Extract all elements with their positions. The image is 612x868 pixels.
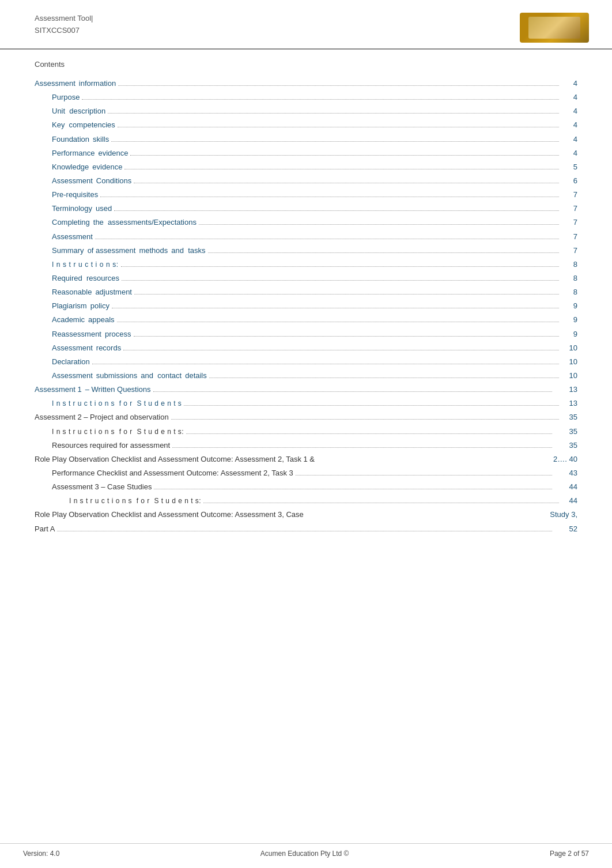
footer-center: Acumen Education Pty Ltd © <box>260 850 349 858</box>
toc-row-7: Assessment Conditions 6 <box>35 175 577 187</box>
toc-row-17: Academic appeals 9 <box>35 314 577 326</box>
toc-row-9: Terminology used 7 <box>35 203 577 214</box>
header: Assessment Tool| SITXCCS007 <box>0 0 612 50</box>
toc-row-5: Performance evidence 4 <box>35 148 577 159</box>
toc-row-8: Pre-requisites 7 <box>35 189 577 201</box>
toc-row-31: Role Play Observation Checklist and Asse… <box>35 509 577 520</box>
toc-row-32: Part A 52 <box>35 523 577 535</box>
footer-version: Version: 4.0 <box>23 850 59 858</box>
table-of-contents: Assessment information 4 Purpose 4 Unit … <box>0 78 612 572</box>
toc-row-3: Key competencies 4 <box>35 119 577 131</box>
toc-row-11: Assessment 7 <box>35 231 577 243</box>
toc-row-19: Assessment records 10 <box>35 342 577 354</box>
contents-heading: Contents <box>0 60 612 69</box>
header-title: Assessment Tool| SITXCCS007 <box>35 13 93 37</box>
header-logo <box>520 13 589 43</box>
toc-row-28: Performance Checklist and Assessment Out… <box>35 467 577 479</box>
toc-row-24: Assessment 2 – Project and observation 3… <box>35 412 577 423</box>
toc-row-22: Assessment 1 – Written Questions 13 <box>35 384 577 395</box>
toc-row-26: Resources required for assessment 35 <box>35 440 577 451</box>
toc-row-13: I n s t r u c t i o n s: 8 <box>35 259 577 270</box>
toc-row-0: Assessment information 4 <box>35 78 577 89</box>
page: Assessment Tool| SITXCCS007 Contents Ass… <box>0 0 612 868</box>
toc-row-10: Completing the assessments/Expectations … <box>35 217 577 228</box>
toc-row-20: Declaration 10 <box>35 356 577 368</box>
toc-row-15: Reasonable adjustment 8 <box>35 286 577 298</box>
toc-row-1: Purpose 4 <box>35 92 577 103</box>
toc-row-21: Assessment submissions and contact detai… <box>35 370 577 382</box>
toc-row-30: I n s t r u c t i o n s f o r S t u d e … <box>35 495 577 507</box>
toc-row-4: Foundation skills 4 <box>35 134 577 145</box>
footer: Version: 4.0 Acumen Education Pty Ltd © … <box>0 843 612 858</box>
footer-page: Page 2 of 57 <box>550 850 589 858</box>
toc-row-12: Summary of assessment methods and tasks … <box>35 245 577 256</box>
toc-row-6: Knowledge evidence 5 <box>35 161 577 173</box>
toc-row-23: I n s t r u c t i o n s f o r S t u d e … <box>35 398 577 409</box>
toc-row-29: Assessment 3 – Case Studies 44 <box>35 481 577 493</box>
toc-row-16: Plagiarism policy 9 <box>35 300 577 312</box>
toc-row-27: Role Play Observation Checklist and Asse… <box>35 454 577 465</box>
logo-graphic <box>528 17 580 39</box>
toc-row-14: Required resources 8 <box>35 273 577 284</box>
toc-row-2: Unit description 4 <box>35 105 577 117</box>
toc-row-25: I n s t r u c t i o n s f o r S t u d e … <box>35 426 577 437</box>
toc-row-18: Reassessment process 9 <box>35 329 577 340</box>
